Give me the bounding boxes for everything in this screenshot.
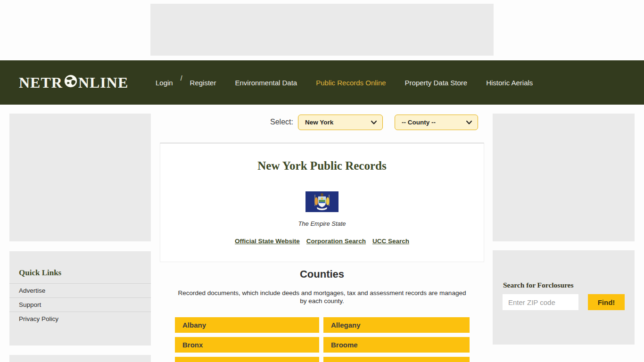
counties-heading: Counties: [160, 268, 484, 280]
counties-description: Recorded documents, which include deeds …: [176, 289, 468, 305]
county-button-broome[interactable]: Broome: [323, 337, 470, 353]
chevron-down-icon: [466, 119, 472, 126]
nav-public-records-online[interactable]: Public Records Online: [316, 79, 386, 87]
foreclosure-form: Find!: [493, 294, 635, 310]
logo-text-right: NLINE: [78, 74, 128, 91]
foreclosure-search-panel: Search for Forclosures Find!: [493, 250, 635, 345]
ad-placeholder-top: [150, 4, 494, 56]
county-button-allegany[interactable]: Allegany: [323, 317, 470, 333]
county-select-value: -- County --: [402, 119, 436, 126]
county-select[interactable]: -- County --: [395, 115, 478, 130]
county-button-bronx[interactable]: Bronx: [175, 337, 319, 353]
nav-property-data-store[interactable]: Property Data Store: [405, 79, 468, 87]
find-button[interactable]: Find!: [588, 294, 625, 310]
ad-placeholder-left-bottom: [9, 355, 151, 362]
page: NETR NLINE Login / Register Environmenta…: [0, 0, 644, 362]
state-card: New York Public Records The Empire State…: [160, 143, 484, 262]
state-nickname: The Empire State: [160, 220, 484, 227]
page-title: New York Public Records: [160, 159, 484, 173]
site-logo[interactable]: NETR NLINE: [19, 60, 128, 105]
zip-code-input[interactable]: [503, 294, 578, 310]
main-nav: Login / Register Environmental Data Publ…: [156, 60, 533, 105]
globe-icon: [63, 73, 78, 92]
logo-text-left: NETR: [19, 74, 63, 91]
ucc-search-link[interactable]: UCC Search: [372, 238, 409, 245]
quick-links-panel: Quick Links Advertise Support Privacy Po…: [9, 251, 151, 346]
nav-historic-aerials[interactable]: Historic Aerials: [486, 79, 533, 87]
select-label: Select:: [270, 118, 293, 126]
nav-login-link[interactable]: Login: [156, 79, 173, 87]
county-button-cattaraugus[interactable]: Cattaraugus: [175, 357, 319, 362]
quick-links-heading: Quick Links: [9, 251, 151, 283]
foreclosure-heading: Search for Forclosures: [493, 250, 635, 294]
county-button-cayuga[interactable]: Cayuga: [323, 357, 470, 362]
corporation-search-link[interactable]: Corporation Search: [306, 238, 366, 245]
county-button-albany[interactable]: Albany: [175, 317, 319, 333]
nav-auth-inline: Login / Register: [156, 79, 216, 87]
new-york-flag-icon: [160, 191, 484, 212]
navbar: NETR NLINE Login / Register Environmenta…: [0, 60, 644, 105]
nav-auth-separator: /: [181, 74, 182, 82]
state-links: Official State Website Corporation Searc…: [160, 238, 484, 245]
state-select[interactable]: New York: [298, 115, 383, 130]
quick-link-support[interactable]: Support: [9, 297, 151, 312]
quick-link-advertise[interactable]: Advertise: [9, 283, 151, 297]
ad-placeholder-left: [9, 114, 151, 241]
nav-register-link[interactable]: Register: [190, 79, 216, 87]
state-select-value: New York: [305, 119, 333, 126]
nav-environmental-data[interactable]: Environmental Data: [235, 79, 297, 87]
chevron-down-icon: [371, 119, 377, 126]
ad-placeholder-right: [493, 114, 635, 241]
official-state-website-link[interactable]: Official State Website: [235, 238, 300, 245]
county-button-grid: Albany Allegany Bronx Broome Cattaraugus…: [175, 317, 470, 362]
quick-link-privacy-policy[interactable]: Privacy Policy: [9, 312, 151, 326]
